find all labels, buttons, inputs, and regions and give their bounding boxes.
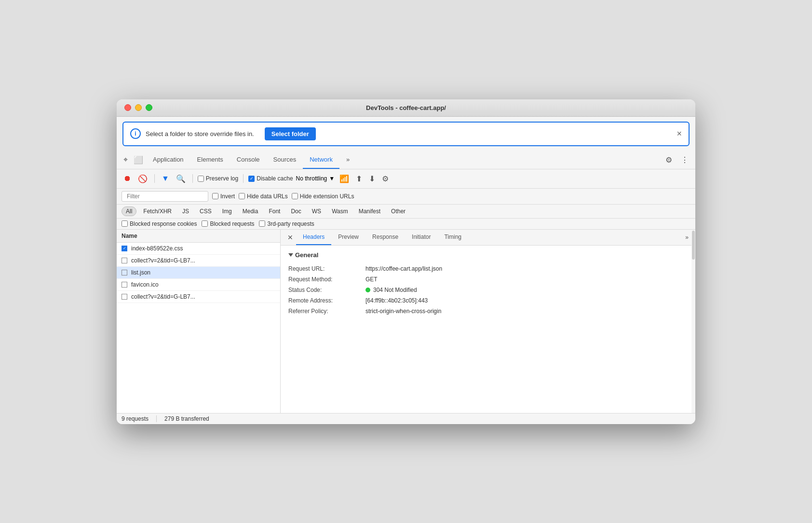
toolbar-sep-2: [192, 174, 193, 183]
file-item-collect1[interactable]: collect?v=2&tid=G-LB7...: [117, 255, 280, 267]
clear-button[interactable]: 🚫: [136, 172, 149, 185]
type-css-button[interactable]: CSS: [196, 207, 216, 216]
details-label-method: Request Method:: [288, 276, 365, 283]
file-checkbox-collect1[interactable]: [122, 258, 127, 263]
invert-checkbox[interactable]: Invert: [212, 193, 235, 200]
blocked-requests-checkbox[interactable]: Blocked requests: [202, 220, 254, 227]
details-tab-timing[interactable]: Timing: [437, 230, 468, 245]
checked-icon: [248, 176, 255, 182]
file-checkbox-css[interactable]: ✓: [122, 246, 127, 251]
type-img-button[interactable]: Img: [218, 207, 236, 216]
window-title: DevTools - coffee-cart.app/: [366, 104, 446, 111]
details-close-button[interactable]: ✕: [284, 230, 296, 245]
settings-icon-button[interactable]: ⚙: [663, 153, 675, 166]
type-other-button[interactable]: Other: [387, 207, 409, 216]
tab-network[interactable]: Network: [303, 151, 339, 169]
file-item-css[interactable]: ✓ index-b859522e.css: [117, 243, 280, 255]
type-wasm-button[interactable]: Wasm: [328, 207, 352, 216]
close-button[interactable]: [124, 104, 131, 111]
type-fetch-xhr-button[interactable]: Fetch/XHR: [139, 207, 176, 216]
details-row-method: Request Method: GET: [288, 274, 688, 285]
details-value-url: https://coffee-cart.app/list.json: [365, 265, 442, 272]
details-scrollbar-thumb[interactable]: [692, 231, 695, 260]
type-js-button[interactable]: JS: [178, 207, 193, 216]
type-filter-bar: All Fetch/XHR JS CSS Img Media Font Doc …: [117, 205, 695, 219]
type-all-button[interactable]: All: [122, 206, 136, 216]
details-tab-response[interactable]: Response: [365, 230, 405, 245]
file-item-list-json[interactable]: list.json: [117, 267, 280, 279]
type-ws-button[interactable]: WS: [308, 207, 325, 216]
notification-close-button[interactable]: ×: [677, 129, 682, 139]
details-row-remote: Remote Address: [64:ff9b::4b02:3c05]:443: [288, 295, 688, 306]
file-checkbox-favicon[interactable]: [122, 282, 127, 288]
tab-elements[interactable]: Elements: [190, 151, 230, 169]
file-item-favicon[interactable]: favicon.ico: [117, 279, 280, 291]
hide-data-urls-checkbox[interactable]: Hide data URLs: [239, 193, 288, 200]
file-list[interactable]: Name ✓ index-b859522e.css collect?v=2&ti…: [117, 230, 281, 413]
disable-cache-checkbox[interactable]: Disable cache: [248, 175, 293, 182]
maximize-button[interactable]: [146, 104, 152, 111]
status-sep: [156, 415, 157, 422]
tabs-actions: ⚙ ⋮: [663, 153, 691, 166]
blocked-response-cookies-checkbox[interactable]: Blocked response cookies: [122, 220, 197, 227]
search-button[interactable]: 🔍: [174, 172, 188, 185]
third-party-requests-checkbox[interactable]: 3rd-party requests: [259, 220, 314, 227]
hide-extension-urls-checkbox[interactable]: Hide extension URLs: [292, 193, 354, 200]
throttle-arrow: ▼: [329, 175, 335, 182]
device-toolbar-button[interactable]: ⬜: [131, 151, 146, 168]
triangle-icon: [288, 253, 293, 257]
general-section-title: General: [288, 251, 688, 259]
tab-sources[interactable]: Sources: [267, 151, 303, 169]
blocked-bar: Blocked response cookies Blocked request…: [117, 219, 695, 230]
tab-console[interactable]: Console: [230, 151, 267, 169]
details-value-referrer: strict-origin-when-cross-origin: [365, 308, 441, 315]
details-tab-preview[interactable]: Preview: [331, 230, 365, 245]
type-font-button[interactable]: Font: [265, 207, 284, 216]
select-folder-button[interactable]: Select folder: [265, 127, 316, 140]
toolbar-sep-1: [154, 174, 155, 183]
requests-count: 9 requests: [122, 415, 149, 422]
filter-toggle-button[interactable]: ▼: [160, 172, 171, 185]
toolbar-sep-3: [243, 174, 244, 183]
file-checkbox-collect2[interactable]: [122, 294, 127, 300]
details-label-referrer: Referrer Policy:: [288, 308, 365, 315]
file-name-css: index-b859522e.css: [131, 245, 183, 252]
download-icon-button[interactable]: ⬇: [367, 172, 377, 185]
file-item-collect2[interactable]: collect?v=2&tid=G-LB7...: [117, 291, 280, 303]
title-bar: DevTools - coffee-cart.app/: [117, 99, 695, 117]
details-content: General Request URL: https://coffee-cart…: [281, 246, 695, 322]
tab-application[interactable]: Application: [146, 151, 190, 169]
type-media-button[interactable]: Media: [239, 207, 262, 216]
details-value-status: 304 Not Modified: [365, 287, 417, 293]
main-content: Name ✓ index-b859522e.css collect?v=2&ti…: [117, 230, 695, 413]
wifi-icon-button[interactable]: 📶: [338, 172, 351, 185]
details-label-url: Request URL:: [288, 265, 365, 272]
devtools-window: DevTools - coffee-cart.app/ i Select a f…: [117, 99, 695, 424]
status-bar: 9 requests 279 B transferred: [117, 413, 695, 424]
notification-message: Select a folder to store override files …: [146, 130, 254, 138]
file-name-collect1: collect?v=2&tid=G-LB7...: [131, 257, 195, 264]
details-tabs: ✕ Headers Preview Response Initiator Tim…: [281, 230, 695, 246]
file-checkbox-list-json[interactable]: [122, 270, 127, 275]
type-doc-button[interactable]: Doc: [287, 207, 305, 216]
upload-icon-button[interactable]: ⬆: [354, 172, 364, 185]
filter-input[interactable]: [122, 191, 208, 202]
details-value-remote: [64:ff9b::4b02:3c05]:443: [365, 297, 428, 304]
details-tab-headers[interactable]: Headers: [296, 230, 331, 245]
inspect-icon-button[interactable]: ⌖: [121, 151, 131, 168]
no-throttling-select[interactable]: No throttling ▼: [296, 175, 335, 182]
details-value-method: GET: [365, 276, 378, 283]
details-scrollbar[interactable]: [691, 230, 695, 413]
file-name-list-json: list.json: [131, 269, 150, 276]
traffic-lights: [124, 104, 152, 111]
more-options-button[interactable]: ⋮: [678, 153, 691, 166]
preserve-log-checkbox[interactable]: Preserve log: [198, 175, 238, 182]
type-manifest-button[interactable]: Manifest: [355, 207, 384, 216]
file-name-collect2: collect?v=2&tid=G-LB7...: [131, 293, 195, 300]
network-settings-button[interactable]: ⚙: [380, 172, 391, 185]
details-tab-more[interactable]: »: [682, 230, 691, 245]
tab-more[interactable]: »: [339, 151, 356, 169]
minimize-button[interactable]: [135, 104, 142, 111]
details-tab-initiator[interactable]: Initiator: [405, 230, 437, 245]
record-button[interactable]: ⏺: [122, 172, 133, 185]
